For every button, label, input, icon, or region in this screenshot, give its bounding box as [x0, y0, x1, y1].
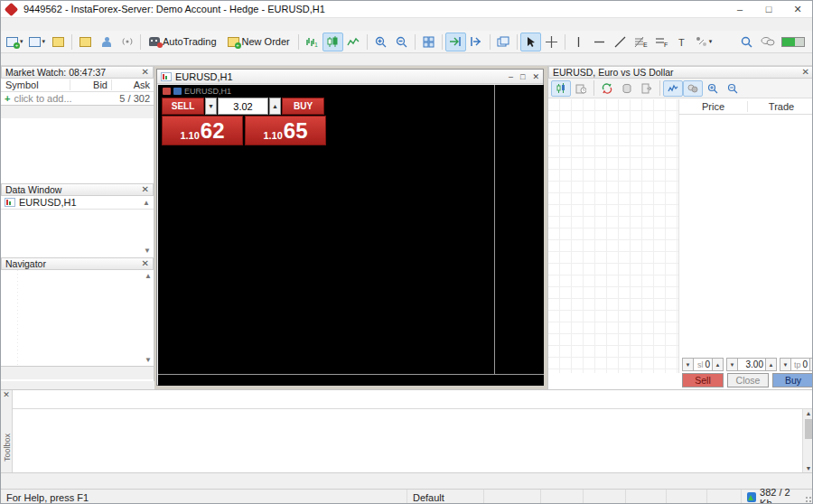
- signals-scrollbar[interactable]: ▲ ▼: [802, 409, 813, 473]
- close-button[interactable]: ✕: [783, 1, 812, 17]
- new-window-button[interactable]: [493, 33, 514, 51]
- trendline-button[interactable]: [610, 33, 631, 51]
- tree-scroll-down-icon[interactable]: ▼: [145, 356, 152, 364]
- resize-grip[interactable]: [805, 496, 812, 503]
- vertical-line-icon: [575, 36, 583, 48]
- channels-icon: F: [655, 36, 668, 48]
- dom-export-button[interactable]: [637, 80, 657, 97]
- horizontal-line-button[interactable]: [589, 33, 610, 51]
- chart-mdi-area: EURUSD,H1 – □ ✕ EURUSD,H1 SEL: [154, 66, 547, 389]
- one-click-buy-button[interactable]: BUY: [282, 98, 324, 115]
- sl-increase-button[interactable]: ▲: [712, 358, 724, 371]
- zoom-out-button[interactable]: [391, 33, 412, 51]
- channels-button[interactable]: F: [651, 33, 672, 51]
- signals-scroll-thumb[interactable]: [805, 419, 813, 439]
- scroll-down-icon[interactable]: ▼: [144, 247, 151, 255]
- chart-restore-button[interactable]: □: [520, 72, 525, 81]
- text-button[interactable]: T: [672, 33, 693, 51]
- dom-volume-decrease-button[interactable]: ▼: [726, 358, 738, 371]
- navigator-close-icon[interactable]: ✕: [142, 259, 149, 268]
- cursor-icon: [526, 36, 536, 48]
- dom-close-icon[interactable]: ✕: [802, 68, 809, 77]
- chat-button[interactable]: [757, 33, 778, 51]
- column-ask[interactable]: Ask: [112, 79, 154, 90]
- column-bid[interactable]: Bid: [70, 79, 112, 90]
- tp-decrease-button[interactable]: ▼: [780, 358, 791, 371]
- candle-chart-mode-button[interactable]: [322, 33, 343, 51]
- chart-close-button[interactable]: ✕: [532, 72, 539, 81]
- text-icon: T: [678, 36, 687, 48]
- dom-depth-button[interactable]: [617, 80, 637, 97]
- new-chart-button[interactable]: +▾: [4, 33, 26, 51]
- cursor-button[interactable]: [520, 33, 541, 51]
- navigator-tree: ▲ ▼: [1, 270, 154, 366]
- chart-canvas[interactable]: EURUSD,H1 SELL ▼ 3.02 ▲ BUY 1.10 62: [158, 85, 544, 386]
- traffic-text: 382 / 2 Kb: [760, 487, 801, 504]
- line-chart-mode-button[interactable]: [343, 33, 364, 51]
- vertical-line-button[interactable]: [568, 33, 589, 51]
- data-window-close-icon[interactable]: ✕: [142, 185, 149, 194]
- auto-scroll-button[interactable]: [445, 33, 466, 51]
- status-profile[interactable]: Default: [407, 490, 484, 504]
- search-button[interactable]: [736, 33, 757, 51]
- new-order-button[interactable]: +New Order: [222, 33, 295, 51]
- chart-window-title: EURUSD,H1: [175, 71, 233, 82]
- tile-windows-button[interactable]: [418, 33, 439, 51]
- fibonacci-button[interactable]: E: [631, 33, 651, 51]
- export-icon: [641, 83, 652, 94]
- minimize-button[interactable]: –: [725, 1, 754, 17]
- column-symbol[interactable]: Symbol: [1, 79, 70, 90]
- one-click-sell-button[interactable]: SELL: [162, 98, 204, 115]
- bar-chart-mode-button[interactable]: 1: [302, 33, 322, 51]
- arrows-button[interactable]: ▾: [693, 33, 715, 51]
- maximize-button[interactable]: □: [754, 1, 783, 17]
- application-window: 9449562 - InstaForex-Server: Demo Accoun…: [0, 0, 813, 504]
- dom-zoom-in-button[interactable]: [703, 80, 723, 97]
- buy-price-panel[interactable]: 1.10 65: [245, 116, 326, 145]
- chart-minimize-button[interactable]: –: [509, 72, 513, 81]
- data-window-button[interactable]: [96, 33, 117, 51]
- sell-price-panel[interactable]: 1.10 62: [162, 116, 243, 145]
- tp-increase-button[interactable]: ▲: [809, 358, 813, 371]
- dom-refresh-button[interactable]: [597, 80, 617, 97]
- templates-button[interactable]: [48, 33, 69, 51]
- dom-sell-button[interactable]: Sell: [682, 373, 724, 387]
- market-watch-button[interactable]: [75, 33, 96, 51]
- stop-loss-stepper[interactable]: ▼ sl0 ▲: [682, 358, 724, 371]
- scroll-up-icon[interactable]: ▲: [143, 199, 150, 207]
- zoom-in-button[interactable]: [370, 33, 391, 51]
- sl-value: 0: [705, 359, 710, 369]
- volume-increase-button[interactable]: ▲: [269, 98, 281, 115]
- volume-decrease-button[interactable]: ▼: [205, 98, 217, 115]
- status-cell: [667, 490, 707, 504]
- toolbox-close-icon[interactable]: ✕: [1, 390, 12, 399]
- dom-buy-button[interactable]: Buy: [772, 373, 813, 387]
- signals-broadcast-button[interactable]: [117, 33, 137, 51]
- time-axis[interactable]: [158, 374, 544, 386]
- market-watch-close-icon[interactable]: ✕: [142, 68, 149, 77]
- tree-scroll-up-icon[interactable]: ▲: [145, 272, 152, 280]
- gold-plate-icon: [79, 37, 91, 47]
- crosshair-button[interactable]: [541, 33, 562, 51]
- autotrading-button[interactable]: AutoTrading: [144, 33, 222, 51]
- main-toolbar: +▾ ▾ AutoTrading +New Order 1 E F T ▾: [1, 31, 812, 53]
- chart-window-titlebar[interactable]: EURUSD,H1 – □ ✕: [157, 70, 543, 84]
- tp-label: tp: [794, 360, 801, 369]
- signals-scroll-up-icon[interactable]: ▲: [803, 409, 813, 418]
- dom-grouping-button[interactable]: [683, 80, 703, 97]
- chart-shift-button[interactable]: [466, 33, 487, 51]
- sl-decrease-button[interactable]: ▼: [682, 358, 694, 371]
- dom-volume-increase-button[interactable]: ▲: [765, 358, 777, 371]
- dom-history-button[interactable]: [571, 80, 591, 97]
- dom-zoom-out-button[interactable]: [723, 80, 743, 97]
- dom-candle-view-button[interactable]: [551, 80, 571, 97]
- price-axis[interactable]: [494, 85, 544, 374]
- profiles-button[interactable]: ▾: [26, 33, 49, 51]
- take-profit-stepper[interactable]: ▼ tp0 ▲: [780, 358, 813, 371]
- volume-stepper[interactable]: ▼ 3.00 ▲: [726, 358, 777, 371]
- dom-tick-chart-button[interactable]: [663, 80, 683, 97]
- dom-close-button[interactable]: Close: [727, 373, 769, 387]
- coins-icon: [52, 37, 64, 47]
- volume-input[interactable]: 3.02: [218, 98, 268, 115]
- market-watch-add-row[interactable]: + click to add... 5 / 302: [1, 92, 154, 105]
